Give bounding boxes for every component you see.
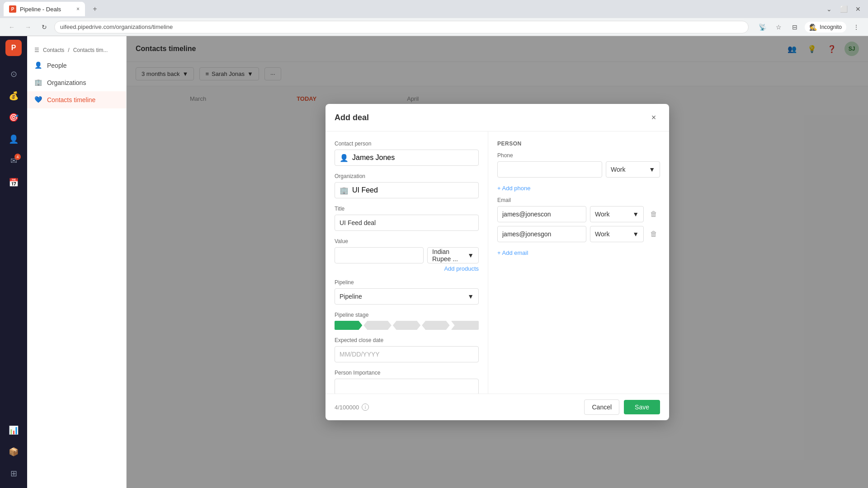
sidebar-icon-deals[interactable]: 💰 xyxy=(5,87,23,105)
phone-group: Phone Work ▼ xyxy=(497,152,660,178)
refresh-button[interactable]: ↻ xyxy=(38,21,51,33)
phone-input[interactable] xyxy=(497,161,602,178)
phone-row: Work ▼ xyxy=(497,161,660,178)
tab-favicon: P xyxy=(9,5,16,13)
new-tab-button[interactable]: + xyxy=(89,3,101,15)
tab-close-button[interactable]: × xyxy=(76,6,80,12)
sidebar-icon-reports[interactable]: 📊 xyxy=(5,421,23,439)
tab-title: Pipeline - Deals xyxy=(20,6,61,13)
title-group: Title xyxy=(335,206,479,231)
expected-close-date-input[interactable]: MM/DD/YYYY xyxy=(335,346,479,362)
window-controls: ⌄ ⬜ ✕ xyxy=(823,3,864,15)
sidebar-header[interactable]: ☰ Contacts / Contacts tim... xyxy=(27,43,126,57)
incognito-label: Incognito xyxy=(820,24,842,30)
pipeline-select[interactable]: Pipeline ▼ xyxy=(335,288,479,305)
organizations-icon: 🏢 xyxy=(34,79,42,87)
back-button[interactable]: ← xyxy=(5,21,18,33)
pipeline-value: Pipeline xyxy=(340,293,362,300)
contact-person-input[interactable]: 👤 James Jones xyxy=(335,150,479,166)
organization-icon: 🏢 xyxy=(340,186,349,195)
email-input-2[interactable] xyxy=(497,226,586,242)
split-screen-icon[interactable]: ⊟ xyxy=(788,21,801,33)
phone-type-select[interactable]: Work ▼ xyxy=(606,161,660,178)
stage-4[interactable] xyxy=(422,321,449,330)
title-input[interactable] xyxy=(335,215,479,231)
nav-sidebar: ☰ Contacts / Contacts tim... 👤 People 🏢 … xyxy=(27,36,127,488)
value-group: Value Indian Rupee ... ▼ Add products xyxy=(335,238,479,272)
save-button[interactable]: Save xyxy=(624,400,660,414)
person-section-title: PERSON xyxy=(497,141,660,147)
email-type-chevron-2: ▼ xyxy=(632,230,639,238)
sidebar-icon-leads[interactable]: 🎯 xyxy=(5,108,23,127)
pipeline-stage-label: Pipeline stage xyxy=(335,312,479,318)
app-logo[interactable]: P xyxy=(5,40,22,56)
delete-email-1-button[interactable]: 🗑 xyxy=(647,208,660,221)
menu-button[interactable]: ⋮ xyxy=(850,21,863,33)
sidebar-item-contacts-timeline-label: Contacts timeline xyxy=(47,96,95,103)
cancel-button[interactable]: Cancel xyxy=(584,399,619,415)
sidebar-icon-calendar[interactable]: 📅 xyxy=(5,174,23,192)
add-products-link[interactable]: Add products xyxy=(335,265,479,272)
value-input[interactable] xyxy=(335,247,424,263)
email-row-2: Work ▼ 🗑 xyxy=(497,226,660,242)
info-icon[interactable]: i xyxy=(362,404,369,411)
sidebar-icon-contacts[interactable]: 👤 xyxy=(5,130,23,148)
modal-close-button[interactable]: × xyxy=(647,111,660,124)
value-label: Value xyxy=(335,238,479,244)
sidebar-icon-apps[interactable]: ⊞ xyxy=(5,465,23,483)
currency-chevron: ▼ xyxy=(467,252,474,259)
email-type-select-2[interactable]: Work ▼ xyxy=(590,226,644,242)
sidebar-icon-activity[interactable]: ⊙ xyxy=(5,65,23,83)
sidebar-item-contacts-timeline[interactable]: 💙 Contacts timeline xyxy=(27,91,126,108)
sidebar-item-organizations[interactable]: 🏢 Organizations xyxy=(27,74,126,91)
organization-input[interactable]: 🏢 UI Feed xyxy=(335,182,479,198)
modal-header: Add deal × xyxy=(326,104,669,131)
browser-tab[interactable]: P Pipeline - Deals × xyxy=(4,2,85,16)
modal-right-panel: PERSON Phone Work ▼ + Add phone xyxy=(488,131,669,394)
email-type-value-1: Work xyxy=(595,211,609,218)
organization-value: UI Feed xyxy=(352,186,378,194)
bookmark-icon[interactable]: ☆ xyxy=(772,21,785,33)
sidebar-icon-mail[interactable]: ✉ 4 xyxy=(5,152,23,170)
window-minimize-button[interactable]: ⌄ xyxy=(823,3,835,15)
stage-1[interactable] xyxy=(335,321,362,330)
counter-value: 4/100000 xyxy=(335,404,359,411)
pipeline-stage-group: Pipeline stage xyxy=(335,312,479,330)
breadcrumb-contacts: Contacts xyxy=(43,47,64,53)
email-type-value-2: Work xyxy=(595,230,609,238)
sidebar-icon-products[interactable]: 📦 xyxy=(5,443,23,461)
contact-person-icon: 👤 xyxy=(340,154,349,162)
pipeline-stages[interactable] xyxy=(335,321,479,330)
email-row-1: Work ▼ 🗑 xyxy=(497,206,660,222)
incognito-icon: 🕵️ xyxy=(809,23,817,31)
add-deal-modal: Add deal × Contact person 👤 James Jones … xyxy=(326,104,669,420)
forward-button[interactable]: → xyxy=(22,21,34,33)
email-type-select-1[interactable]: Work ▼ xyxy=(590,206,644,222)
window-maximize-button[interactable]: ⬜ xyxy=(837,3,850,15)
organization-group: Organization 🏢 UI Feed xyxy=(335,173,479,198)
incognito-badge: 🕵️ Incognito xyxy=(805,22,846,33)
browser-titlebar: P Pipeline - Deals × + ⌄ ⬜ ✕ xyxy=(0,0,868,18)
person-importance-input[interactable] xyxy=(335,379,479,394)
person-importance-group: Person Importance xyxy=(335,370,479,394)
email-input-1[interactable] xyxy=(497,206,586,222)
pipeline-label: Pipeline xyxy=(335,279,479,286)
add-email-link[interactable]: + Add email xyxy=(497,249,660,256)
sidebar-item-people[interactable]: 👤 People xyxy=(27,57,126,74)
stage-3[interactable] xyxy=(393,321,420,330)
add-phone-link[interactable]: + Add phone xyxy=(497,185,660,192)
icon-sidebar: P ⊙ 💰 🎯 👤 ✉ 4 📅 📊 📦 ⊞ xyxy=(0,36,27,488)
window-close-button[interactable]: ✕ xyxy=(852,3,864,15)
breadcrumb-current: Contacts tim... xyxy=(73,47,108,53)
stage-2[interactable] xyxy=(363,321,391,330)
cast-icon[interactable]: 📡 xyxy=(756,21,769,33)
currency-value: Indian Rupee ... xyxy=(432,248,467,263)
delete-email-2-button[interactable]: 🗑 xyxy=(647,228,660,240)
expected-close-date-group: Expected close date MM/DD/YYYY xyxy=(335,337,479,362)
title-label: Title xyxy=(335,206,479,212)
currency-select[interactable]: Indian Rupee ... ▼ xyxy=(427,247,479,263)
date-placeholder: MM/DD/YYYY xyxy=(340,351,380,358)
stage-5[interactable] xyxy=(451,321,479,330)
pipeline-chevron: ▼ xyxy=(467,293,474,300)
address-bar[interactable]: uifeed.pipedrive.com/organizations/timel… xyxy=(54,21,749,33)
